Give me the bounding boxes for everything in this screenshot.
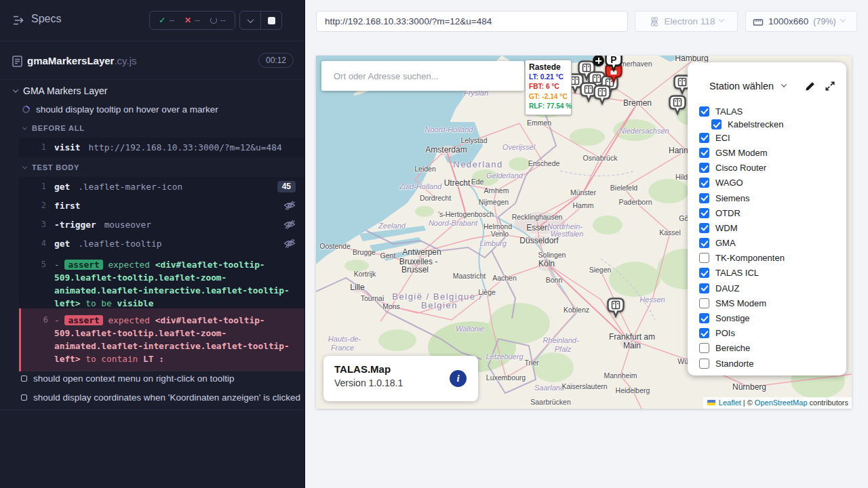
station-select-label[interactable]: Station wählen [709, 81, 774, 92]
command-name: get [54, 182, 70, 192]
station-marker[interactable] [593, 84, 612, 107]
tooltip-rows: LT: 0.21 °C FBT: 6 °C GT: -2.14 °C RLF: … [529, 73, 568, 112]
osm-link[interactable]: OpenStreetMap [755, 399, 808, 407]
map-place-label: Trier [524, 359, 538, 367]
ruler-icon [753, 16, 764, 27]
stat-failed: ✕-- [184, 16, 200, 25]
checkbox[interactable] [699, 208, 709, 218]
assert-failed[interactable]: 6 - assert expected <div#leaflet-tooltip… [21, 308, 304, 371]
expand-icon[interactable] [825, 81, 835, 92]
command-row[interactable]: 2 first [19, 196, 304, 215]
station-type-row[interactable]: GSM Modem [699, 145, 846, 160]
station-type-row[interactable]: Siemens [699, 190, 846, 205]
station-type-row[interactable]: OTDR [699, 205, 846, 220]
station-marker[interactable] [668, 94, 687, 117]
checkbox[interactable] [711, 119, 722, 129]
station-type-row[interactable]: Bereiche [699, 341, 846, 356]
before-all-hook[interactable]: BEFORE ALL [23, 124, 85, 132]
command-visit[interactable]: 1 visit http://192.168.10.33:3000/?m=12&… [19, 138, 304, 157]
pending-test[interactable]: should open context menu on right-click … [21, 373, 234, 384]
checkbox[interactable] [699, 133, 709, 143]
checkbox[interactable] [699, 253, 709, 263]
checkbox[interactable] [699, 313, 709, 323]
url-input[interactable] [317, 12, 627, 31]
specs-menu-icon[interactable] [12, 14, 26, 26]
leaflet-map[interactable]: Fryslân Noord-Holland Lelystad Amsterdam… [316, 56, 852, 409]
edit-pencil-icon[interactable] [804, 81, 816, 92]
suite-title[interactable]: GMA Markers Layer [14, 85, 107, 96]
info-icon[interactable]: i [450, 370, 467, 387]
map-place-label: France [331, 344, 354, 352]
station-type-row[interactable]: GMA [699, 236, 846, 251]
map-place-label: Kassel [659, 228, 681, 237]
map-place-label: Lëtzebuerg [486, 352, 523, 361]
checkbox[interactable] [699, 238, 709, 248]
spec-file-name: gmaMarkersLayer.cy.js [27, 55, 136, 66]
station-type-row[interactable]: Sonstige [699, 310, 846, 325]
station-type-row[interactable]: ECI [699, 130, 846, 145]
command-args: mouseover [104, 220, 151, 230]
active-test[interactable]: should display tooltip on hover over a m… [22, 104, 218, 115]
station-type-row[interactable]: WDM [699, 220, 846, 235]
command-number: 1 [19, 182, 46, 191]
checkbox[interactable] [699, 359, 709, 369]
collapse-button[interactable] [240, 12, 260, 29]
map-place-label: Utrecht [444, 178, 471, 188]
station-type-row[interactable]: WAGO [699, 176, 846, 190]
leaflet-tooltip[interactable]: Rastede LT: 0.21 °C FBT: 6 °C GT: -2.14 … [525, 60, 572, 115]
station-type-row[interactable]: TALAS [699, 104, 846, 119]
map-place-label: Bielefeld [610, 184, 637, 192]
command-row[interactable]: 1 get .leaflet-marker-icon 45 [19, 177, 304, 196]
station-type-row[interactable]: Cisco Router [699, 161, 846, 176]
checkbox[interactable] [699, 106, 709, 117]
checkbox[interactable] [699, 148, 709, 158]
command-row[interactable]: 3 -trigger mouseover [19, 215, 304, 234]
station-type-row[interactable]: POIs [699, 326, 846, 341]
command-number: 6 [21, 314, 48, 327]
station-type-row[interactable]: Standorte [699, 356, 846, 371]
test-body-hook[interactable]: TEST BODY [23, 163, 79, 171]
checkbox[interactable] [699, 283, 709, 293]
checkbox[interactable] [699, 343, 709, 353]
station-marker[interactable] [606, 297, 625, 320]
command-row[interactable]: 4 get .leaflet-tooltip [19, 234, 304, 253]
specs-title[interactable]: Specs [31, 13, 61, 25]
station-type-row[interactable]: TK-Komponenten [699, 251, 846, 266]
browser-stage: Electron 118 1000x660 (79%) [305, 0, 868, 488]
map-search-box[interactable] [321, 61, 524, 91]
command-args: .leaflet-tooltip [78, 239, 161, 249]
checkbox[interactable] [699, 163, 709, 173]
station-type-row[interactable]: Kabelstrecken [711, 119, 846, 130]
map-place-label: Arnhem [484, 186, 509, 195]
checkbox[interactable] [699, 178, 709, 188]
rack-marker-icon [606, 297, 625, 320]
checkbox[interactable] [699, 268, 709, 278]
browser-selector[interactable]: Electron 118 [635, 11, 738, 32]
map-place-label: Heidelberg [616, 386, 650, 394]
command-log-block: 1 visit http://192.168.10.33:3000/?m=12&… [19, 138, 304, 157]
spec-file-row[interactable]: gmaMarkersLayer.cy.js 00:12 [12, 52, 294, 72]
map-place-label: Belgien [421, 300, 458, 310]
url-bar[interactable] [316, 11, 628, 32]
pending-test[interactable]: should display coordinates when 'Koordin… [21, 392, 300, 403]
station-type-row[interactable]: TALAS ICL [699, 266, 846, 281]
app-version: Version 1.0.18.1 [334, 378, 467, 388]
station-type-row[interactable]: SMS Modem [699, 296, 846, 310]
assert-passed[interactable]: 5 - assert expected <div#leaflet-tooltip… [19, 253, 304, 316]
leaflet-link[interactable]: Leaflet [719, 399, 741, 407]
checkbox[interactable] [699, 328, 709, 338]
checkbox[interactable] [699, 223, 709, 233]
chevron-down-icon[interactable] [781, 81, 787, 87]
viewport-selector[interactable]: 1000x660 (79%) [745, 11, 857, 32]
map-place-label: Rheinland- [542, 336, 578, 344]
checkbox[interactable] [699, 193, 709, 203]
station-type-row[interactable]: DAUZ [699, 281, 846, 296]
stop-button[interactable] [260, 12, 281, 29]
map-place-label: Gelderland [486, 171, 523, 180]
checkbox[interactable] [699, 298, 709, 308]
map-place-label: Köln [538, 259, 555, 268]
map-place-label: Mannheim [604, 371, 637, 380]
search-input[interactable] [321, 61, 524, 91]
p-marker[interactable]: P [604, 56, 623, 74]
map-place-label: Hamm [573, 201, 594, 209]
